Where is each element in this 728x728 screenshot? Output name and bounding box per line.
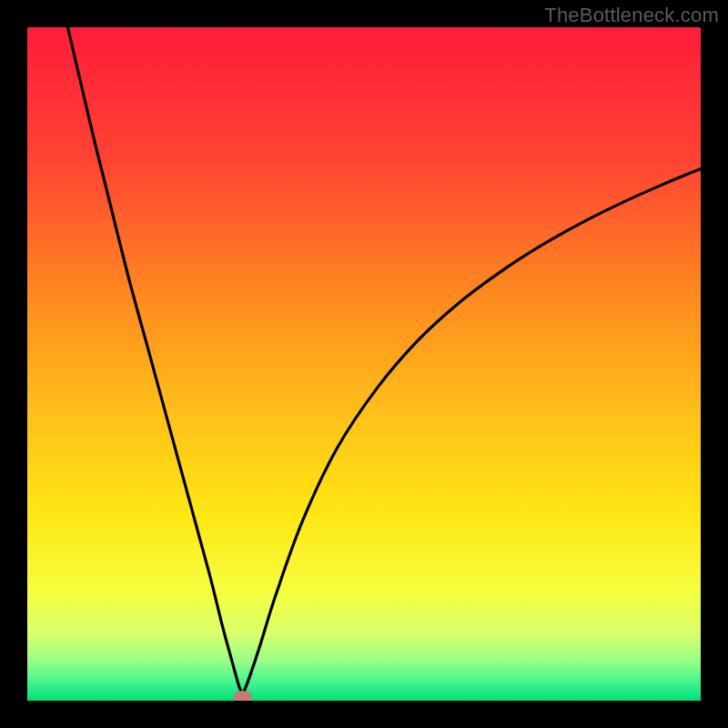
watermark-text: TheBottleneck.com (544, 4, 719, 27)
chart-frame: TheBottleneck.com (0, 0, 728, 728)
gradient-background (27, 27, 701, 701)
plot-area (27, 27, 701, 701)
chart-svg (27, 27, 701, 701)
